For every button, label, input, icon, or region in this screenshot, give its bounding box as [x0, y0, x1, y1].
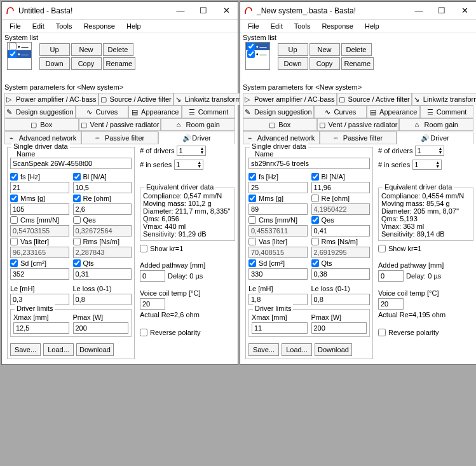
- bl-input[interactable]: [311, 182, 371, 193]
- driver-name-input[interactable]: [10, 158, 132, 169]
- vct-input[interactable]: [378, 298, 404, 310]
- qts-input[interactable]: [73, 268, 132, 280]
- tab-advanced-network[interactable]: ⌁Advanced network: [4, 131, 81, 144]
- re-input[interactable]: [73, 203, 132, 215]
- numdrivers-spinner[interactable]: ▲▼: [177, 146, 206, 156]
- menu-file[interactable]: File: [6, 21, 25, 31]
- mms-checkbox[interactable]: Mms [g]: [248, 195, 308, 202]
- tab-driver[interactable]: 🔊Driver: [397, 132, 473, 144]
- rename-button[interactable]: Rename: [103, 57, 136, 70]
- pmax-input[interactable]: [311, 322, 367, 334]
- tab-passive-filter[interactable]: ⎓Passive filter: [81, 131, 158, 144]
- mms-input[interactable]: [10, 203, 69, 215]
- up-button[interactable]: Up: [39, 43, 70, 56]
- le-input[interactable]: [10, 294, 69, 305]
- reverse-polarity-checkbox[interactable]: Reverse polarity: [140, 329, 235, 336]
- tab-comment[interactable]: ☰Comment: [182, 106, 235, 118]
- download-button[interactable]: Download: [315, 343, 352, 356]
- tab-design-suggestion[interactable]: ✎Design suggestion: [4, 106, 76, 118]
- tab-vent-passive-radiator[interactable]: ▢Vent / passive radiator: [317, 118, 400, 130]
- minimize-button[interactable]: —: [407, 2, 430, 20]
- pmax-input[interactable]: [73, 322, 129, 334]
- tab-room-gain[interactable]: ⌂Room gain: [161, 118, 235, 130]
- delete-button[interactable]: Delete: [103, 43, 133, 56]
- xmax-input[interactable]: [252, 322, 308, 334]
- rms-checkbox[interactable]: Rms [Ns/m]: [311, 238, 371, 245]
- close-button[interactable]: ✕: [453, 2, 476, 20]
- delete-button[interactable]: Delete: [341, 43, 372, 56]
- rms-checkbox[interactable]: Rms [Ns/m]: [73, 238, 132, 245]
- rename-button[interactable]: Rename: [341, 57, 374, 70]
- le-input[interactable]: [248, 294, 308, 305]
- sd-checkbox[interactable]: Sd [cm²]: [248, 259, 308, 267]
- qts-checkbox[interactable]: Qts: [73, 259, 132, 267]
- down-button[interactable]: Down: [278, 57, 308, 70]
- leloss-input[interactable]: [73, 294, 132, 305]
- fs-checkbox[interactable]: fs [Hz]: [248, 173, 308, 181]
- re-checkbox[interactable]: Re [ohm]: [73, 195, 132, 202]
- tab-appearance[interactable]: ▤Appearance: [128, 106, 182, 118]
- sd-input[interactable]: [10, 268, 69, 280]
- vas-checkbox[interactable]: Vas [liter]: [10, 238, 69, 245]
- numdrivers-spinner[interactable]: ▲▼: [415, 146, 444, 156]
- re-checkbox[interactable]: Re [ohm]: [311, 195, 371, 202]
- sd-input[interactable]: [248, 268, 308, 280]
- qes-checkbox[interactable]: Qes: [73, 216, 132, 224]
- bl-checkbox[interactable]: Bl [N/A]: [311, 173, 371, 181]
- tab-curves[interactable]: ∿Curves: [314, 106, 367, 118]
- system-item[interactable]: •—: [246, 50, 269, 58]
- system-item-checkbox[interactable]: [9, 43, 17, 50]
- down-button[interactable]: Down: [39, 57, 70, 70]
- tab-vent-passive-radiator[interactable]: ▢Vent / passive radiator: [79, 118, 161, 130]
- system-item[interactable]: •—: [8, 43, 31, 50]
- system-item-checkbox[interactable]: [9, 50, 17, 58]
- system-list[interactable]: •— •—: [245, 42, 270, 70]
- vct-input[interactable]: [140, 298, 165, 310]
- xmax-input[interactable]: [13, 322, 69, 334]
- system-list[interactable]: •— •—: [7, 42, 32, 70]
- system-item[interactable]: •—: [246, 43, 269, 50]
- numseries-spinner[interactable]: ▲▼: [174, 160, 203, 170]
- pathway-input[interactable]: [378, 270, 404, 282]
- system-item[interactable]: •—: [8, 50, 31, 58]
- qts-checkbox[interactable]: Qts: [311, 259, 371, 267]
- qts-input[interactable]: [311, 268, 371, 280]
- tab-power-amplifier-ac-bass[interactable]: ▷Power amplifier / AC-bass: [4, 93, 99, 105]
- fs-input[interactable]: [248, 182, 308, 193]
- tab-comment[interactable]: ☰Comment: [420, 106, 473, 118]
- vas-checkbox[interactable]: Vas [liter]: [248, 238, 308, 245]
- copy-button[interactable]: Copy: [309, 57, 340, 70]
- showkr-checkbox[interactable]: Show kr=1: [378, 245, 473, 252]
- new-button[interactable]: New: [309, 43, 340, 56]
- tab-linkwitz-transform[interactable]: ↘Linkwitz transform: [412, 93, 476, 105]
- driver-name-input[interactable]: [248, 158, 370, 169]
- tab-design-suggestion[interactable]: ✎Design suggestion: [243, 106, 314, 118]
- tab-box[interactable]: ▢Box: [4, 118, 79, 130]
- tab-curves[interactable]: ∿Curves: [76, 106, 129, 118]
- new-button[interactable]: New: [71, 43, 102, 56]
- load-button[interactable]: Load...: [43, 343, 74, 356]
- pathway-input[interactable]: [140, 270, 165, 282]
- tab-driver[interactable]: 🔊Driver: [158, 132, 235, 144]
- menu-help[interactable]: Help: [361, 21, 383, 31]
- maximize-button[interactable]: ☐: [430, 2, 453, 20]
- tab-appearance[interactable]: ▤Appearance: [367, 106, 420, 118]
- menu-file[interactable]: File: [244, 21, 263, 31]
- up-button[interactable]: Up: [278, 43, 308, 56]
- maximize-button[interactable]: ☐: [192, 2, 215, 20]
- download-button[interactable]: Download: [76, 343, 114, 356]
- menu-edit[interactable]: Edit: [29, 21, 48, 31]
- copy-button[interactable]: Copy: [71, 57, 102, 70]
- reverse-polarity-checkbox[interactable]: Reverse polarity: [378, 329, 473, 336]
- menu-edit[interactable]: Edit: [267, 21, 287, 31]
- tab-source-active-filter[interactable]: ▢Source / Active filter: [337, 93, 412, 105]
- tab-passive-filter[interactable]: ⎓Passive filter: [320, 131, 397, 144]
- menu-response[interactable]: Response: [79, 21, 119, 31]
- qes-checkbox[interactable]: Qes: [311, 216, 371, 224]
- menu-help[interactable]: Help: [123, 21, 145, 31]
- menu-tools[interactable]: Tools: [52, 21, 76, 31]
- system-item-checkbox[interactable]: [247, 43, 255, 50]
- close-button[interactable]: ✕: [215, 2, 238, 20]
- bl-checkbox[interactable]: Bl [N/A]: [73, 173, 132, 181]
- mms-input[interactable]: [248, 203, 308, 215]
